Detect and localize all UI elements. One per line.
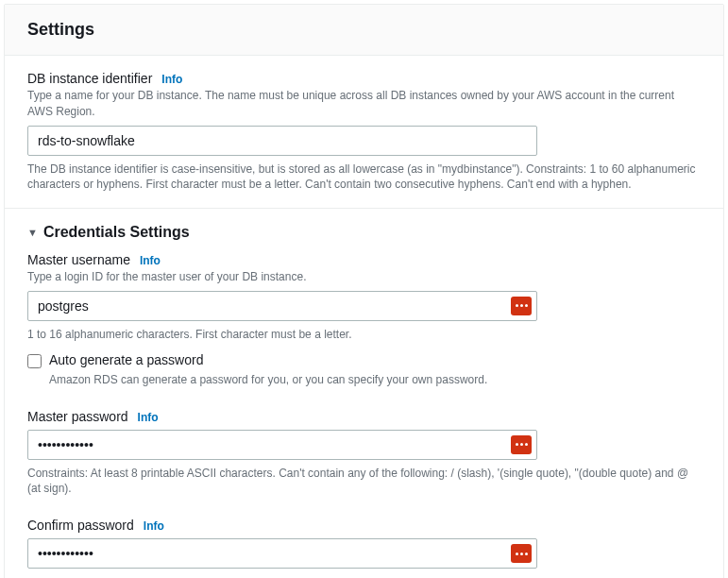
credentials-header-row[interactable]: ▼ Credentials Settings bbox=[27, 209, 701, 248]
db-instance-label: DB instance identifier bbox=[27, 71, 152, 86]
panel-title: Settings bbox=[27, 20, 701, 40]
password-manager-icon[interactable] bbox=[511, 544, 532, 563]
confirm-password-input[interactable] bbox=[27, 538, 537, 569]
master-username-desc: Type a login ID for the master user of y… bbox=[27, 269, 701, 285]
master-password-input[interactable] bbox=[27, 430, 537, 460]
db-instance-constraints: The DB instance identifier is case-insen… bbox=[27, 162, 701, 194]
credentials-header: Credentials Settings bbox=[43, 224, 190, 241]
master-username-info-link[interactable]: Info bbox=[140, 254, 161, 267]
confirm-password-info-link[interactable]: Info bbox=[144, 519, 164, 533]
panel-body: DB instance identifier Info Type a name … bbox=[5, 56, 723, 578]
master-password-field: Master password Info Constraints: At lea… bbox=[27, 409, 701, 498]
chevron-down-icon: ▼ bbox=[27, 227, 38, 238]
master-username-label: Master username bbox=[27, 252, 130, 267]
master-username-field: Master username Info Type a login ID for… bbox=[27, 252, 701, 343]
db-instance-section: DB instance identifier Info Type a name … bbox=[27, 71, 701, 208]
auto-generate-checkbox[interactable] bbox=[27, 354, 42, 368]
confirm-password-label: Confirm password bbox=[27, 518, 134, 533]
auto-generate-desc: Amazon RDS can generate a password for y… bbox=[49, 372, 701, 388]
confirm-password-field: Confirm password Info bbox=[27, 518, 701, 569]
panel-header: Settings bbox=[5, 5, 723, 56]
auto-generate-row: Auto generate a password bbox=[27, 352, 701, 368]
password-manager-icon[interactable] bbox=[511, 297, 532, 315]
db-instance-desc: Type a name for your DB instance. The na… bbox=[27, 88, 701, 120]
db-instance-input[interactable] bbox=[27, 126, 537, 156]
db-instance-info-link[interactable]: Info bbox=[161, 73, 182, 86]
master-password-label: Master password bbox=[27, 409, 128, 424]
master-username-constraints: 1 to 16 alphanumeric characters. First c… bbox=[27, 327, 701, 343]
master-password-constraints: Constraints: At least 8 printable ASCII … bbox=[27, 466, 701, 498]
password-manager-icon[interactable] bbox=[511, 435, 532, 454]
master-password-info-link[interactable]: Info bbox=[138, 411, 159, 424]
settings-panel: Settings DB instance identifier Info Typ… bbox=[4, 4, 724, 578]
auto-generate-label: Auto generate a password bbox=[49, 352, 203, 367]
master-username-input[interactable] bbox=[27, 291, 537, 321]
